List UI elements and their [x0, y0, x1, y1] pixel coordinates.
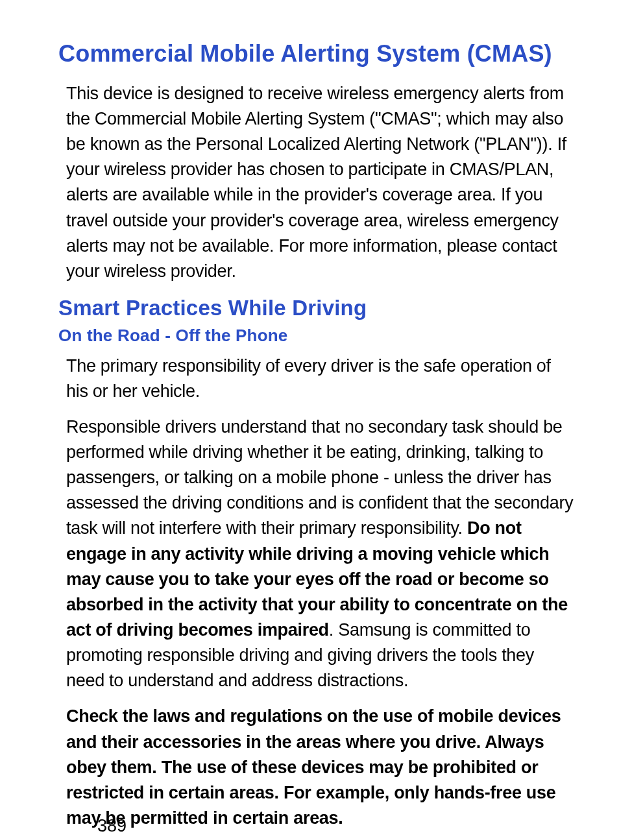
body-paragraph: Responsible drivers understand that no s…	[58, 414, 574, 694]
body-paragraph-bold: Check the laws and regulations on the us…	[58, 704, 574, 831]
subsection-heading: On the Road - Off the Phone	[58, 325, 574, 347]
section-heading-driving: Smart Practices While Driving	[58, 294, 574, 322]
section-heading-cmas: Commercial Mobile Alerting System (CMAS)	[58, 39, 574, 69]
document-page: Commercial Mobile Alerting System (CMAS)…	[0, 0, 619, 840]
body-paragraph: This device is designed to receive wirel…	[58, 81, 574, 284]
body-paragraph: The primary responsibility of every driv…	[58, 354, 574, 404]
page-number: 389	[97, 816, 127, 836]
